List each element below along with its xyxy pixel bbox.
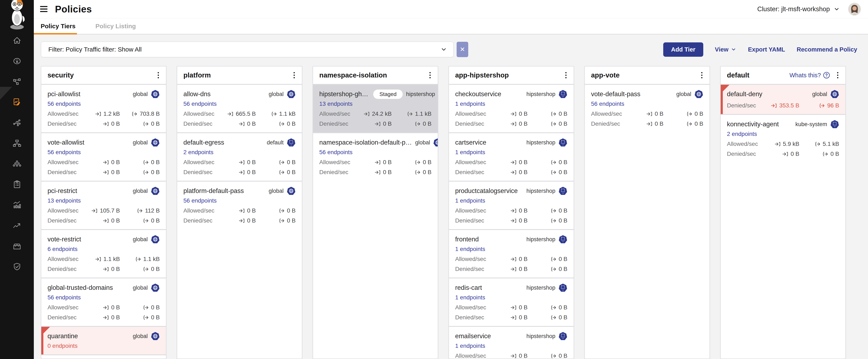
ingress-icon xyxy=(510,353,517,359)
policy-card[interactable]: default-egressdefaultns2 endpointsAllowe… xyxy=(177,132,302,181)
policy-card[interactable]: vote-default-passglobal56 endpointsAllow… xyxy=(585,84,710,132)
view-menu-button[interactable]: View xyxy=(715,46,737,53)
policy-card[interactable]: checkoutservicehipstershopns1 endpointsA… xyxy=(449,84,574,132)
policy-card[interactable]: quarantineglobal0 endpoints xyxy=(41,326,166,354)
add-tier-button[interactable]: Add Tier xyxy=(663,43,703,57)
kebab-menu-icon[interactable] xyxy=(699,71,705,80)
policy-card[interactable]: pci-allowlistglobal56 endpointsAllowed/s… xyxy=(41,84,166,132)
endpoints-link[interactable]: 1 endpoints xyxy=(455,197,485,204)
sidebar-item-home[interactable] xyxy=(12,36,22,45)
endpoints-link[interactable]: 13 endpoints xyxy=(319,101,352,107)
sidebar-item-packages[interactable] xyxy=(12,241,22,251)
hamburger-menu-icon[interactable] xyxy=(39,5,49,13)
sidebar-item-networking[interactable] xyxy=(12,139,22,148)
policy-name: cartservice xyxy=(455,139,486,146)
denied-row: Denied/sec0 B0 B xyxy=(727,150,839,157)
endpoints-link[interactable]: 56 endpoints xyxy=(48,294,81,301)
denied-egress-value: 0 B xyxy=(127,169,160,175)
policy-card[interactable]: productcatalogservicehipstershopns1 endp… xyxy=(449,181,574,229)
policy-scope-label: hipstershop xyxy=(526,139,555,146)
sidebar-item-compliance-reports[interactable] xyxy=(12,180,22,189)
top-bar: Policies Cluster: jlt-msft-workshop xyxy=(34,0,868,18)
endpoints-link[interactable]: 56 endpoints xyxy=(319,149,352,156)
endpoints-link[interactable]: 1 endpoints xyxy=(455,149,485,156)
calico-cat-logo[interactable] xyxy=(6,1,28,24)
policy-card[interactable]: vote-allowlistglobal56 endpointsAllowed/… xyxy=(41,132,166,181)
policy-card[interactable]: platform-default-passglobal56 endpointsA… xyxy=(177,181,302,229)
kebab-menu-icon[interactable] xyxy=(156,71,161,80)
egress-icon xyxy=(414,121,421,127)
policy-card[interactable]: konnectivity-agentkube-systemns2 endpoin… xyxy=(721,114,845,163)
endpoints-link[interactable]: 0 endpoints xyxy=(48,342,78,349)
policy-card[interactable]: namespace-isolation-default-p…global56 e… xyxy=(313,132,438,181)
policy-card[interactable]: security-default-passglobal xyxy=(41,354,166,359)
ingress-icon xyxy=(91,208,98,214)
sidebar-item-flow-visualizations[interactable] xyxy=(12,118,22,128)
policy-card[interactable]: emailservicehipstershopns1 endpointsAllo… xyxy=(449,326,574,359)
namespace-scope-icon: ns xyxy=(830,120,839,129)
egress-icon xyxy=(131,111,137,117)
policy-card[interactable]: pci-restrictglobal13 endpointsAllowed/se… xyxy=(41,181,166,229)
endpoints-link[interactable]: 1 endpoints xyxy=(455,101,485,107)
policy-card[interactable]: redis-carthipstershopns1 endpointsAllowe… xyxy=(449,278,574,326)
sidebar-item-clusters[interactable] xyxy=(12,159,22,169)
policy-card[interactable]: allow-dnsglobal56 endpointsAllowed/sec66… xyxy=(177,84,302,132)
denied-label: Denied/sec xyxy=(48,120,76,127)
svg-text:ns: ns xyxy=(562,338,563,339)
allowed-row: Allowed/sec0 B0 B xyxy=(455,304,567,311)
endpoints-link[interactable]: 56 endpoints xyxy=(48,149,81,156)
egress-icon xyxy=(814,141,821,147)
sidebar-nav xyxy=(12,36,22,272)
endpoints-link[interactable]: 1 endpoints xyxy=(455,342,485,349)
endpoints-link[interactable]: 13 endpoints xyxy=(48,197,81,204)
endpoints-link[interactable]: 1 endpoints xyxy=(455,246,485,252)
policy-card[interactable]: vote-restrictglobal6 endpointsAllowed/se… xyxy=(41,229,166,278)
policy-scope-label: hipstershop xyxy=(526,91,555,98)
ingress-icon xyxy=(239,169,245,175)
policy-card[interactable]: default-denyglobalDenied/sec353.5 B96 B xyxy=(721,84,845,114)
denied-label: Denied/sec xyxy=(183,120,212,127)
denied-row: Denied/sec0 B0 B xyxy=(183,169,296,175)
filter-clear-button[interactable]: ✕ xyxy=(457,42,468,57)
endpoints-link[interactable]: 1 endpoints xyxy=(455,294,485,301)
sidebar-item-policies[interactable] xyxy=(12,98,22,107)
kebab-menu-icon[interactable] xyxy=(563,71,569,80)
policy-card[interactable]: hipstershop-gh…Stagedhipstershopns13 end… xyxy=(313,84,438,132)
tab-policy-tiers[interactable]: Policy Tiers xyxy=(41,23,75,30)
kebab-menu-icon[interactable] xyxy=(291,71,297,80)
policy-traffic-filter-select[interactable]: Filter: Policy Traffic filter: Show All xyxy=(41,42,454,57)
policy-card[interactable]: cartservicehipstershopns1 endpointsAllow… xyxy=(449,132,574,181)
denied-row: Denied/sec0 B0 B xyxy=(48,217,160,224)
policy-card[interactable]: frontendhipstershopns1 endpointsAllowed/… xyxy=(449,229,574,278)
export-yaml-button[interactable]: Export YAML xyxy=(748,46,785,53)
sidebar-item-dashboard[interactable] xyxy=(12,56,22,66)
sidebar-item-statistics[interactable] xyxy=(12,200,22,210)
ingress-icon xyxy=(374,121,381,127)
kebab-menu-icon[interactable] xyxy=(835,71,840,80)
allowed-ingress-value: 0 B xyxy=(623,111,663,117)
endpoints-link[interactable]: 56 endpoints xyxy=(591,101,624,107)
endpoints-link[interactable]: 2 endpoints xyxy=(727,131,757,137)
policy-card[interactable]: global-trusted-domainsglobal56 endpoints… xyxy=(41,278,166,326)
policy-scope-label: kube-system xyxy=(796,121,827,128)
denied-label: Denied/sec xyxy=(319,169,348,175)
tab-policy-listing[interactable]: Policy Listing xyxy=(95,23,136,30)
kebab-menu-icon[interactable] xyxy=(427,71,433,80)
endpoints-link[interactable]: 6 endpoints xyxy=(48,246,78,252)
user-avatar[interactable] xyxy=(848,3,861,16)
cluster-selector[interactable]: Cluster: jlt-msft-workshop xyxy=(757,5,840,13)
policy-scope-label: global xyxy=(415,139,430,146)
ingress-icon xyxy=(510,121,517,127)
sidebar-item-trends[interactable] xyxy=(12,221,22,230)
sidebar-item-threat-defense[interactable] xyxy=(12,262,22,272)
endpoints-link[interactable]: 2 endpoints xyxy=(183,149,214,156)
whats-this-link[interactable]: Whats this? xyxy=(789,72,830,79)
endpoints-link[interactable]: 56 endpoints xyxy=(183,101,217,107)
ingress-icon xyxy=(510,169,517,175)
recommend-policy-button[interactable]: Recommend a Policy xyxy=(797,46,857,53)
denied-label: Denied/sec xyxy=(48,217,76,224)
global-scope-icon xyxy=(151,283,160,292)
endpoints-link[interactable]: 56 endpoints xyxy=(48,101,81,107)
sidebar-item-service-graph[interactable] xyxy=(12,77,22,86)
endpoints-link[interactable]: 56 endpoints xyxy=(183,197,217,204)
